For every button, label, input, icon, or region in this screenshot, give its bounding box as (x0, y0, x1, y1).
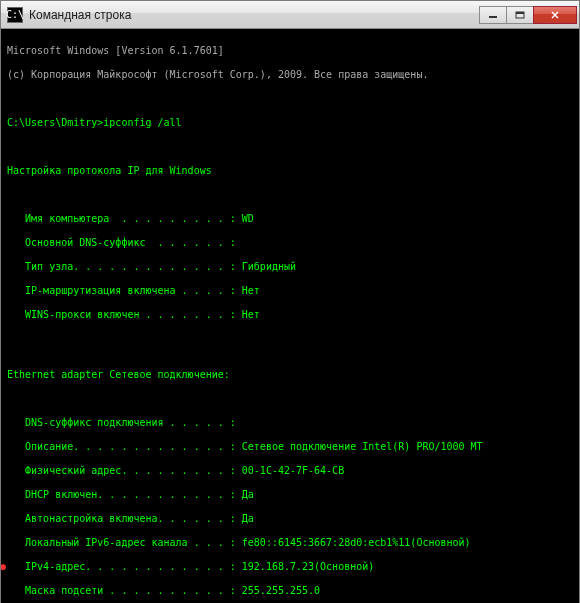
main-row: Основной DNS-суффикс . . . . . . : (7, 237, 573, 249)
blank (7, 345, 573, 357)
window-title: Командная строка (29, 8, 480, 22)
blank (7, 189, 573, 201)
window-controls (480, 6, 577, 24)
prompt-line: C:\Users\Dmitry>ipconfig /all (7, 117, 573, 129)
eth-row: Описание. . . . . . . . . . . . . : Сете… (7, 441, 573, 453)
titlebar[interactable]: C:\ Командная строка (1, 1, 579, 29)
section-main: Настройка протокола IP для Windows (7, 165, 573, 177)
eth-row: Локальный IPv6-адрес канала . . . : fe80… (7, 537, 573, 549)
eth-row: ● IPv4-адрес. . . . . . . . . . . . : 19… (7, 561, 573, 573)
maximize-icon (515, 11, 525, 19)
eth-row: Автонастройка включена. . . . . . : Да (7, 513, 573, 525)
blank (7, 93, 573, 105)
eth-row: Маска подсети . . . . . . . . . . : 255.… (7, 585, 573, 597)
main-row: Тип узла. . . . . . . . . . . . . : Гибр… (7, 261, 573, 273)
eth-row: Физический адрес. . . . . . . . . : 00-1… (7, 465, 573, 477)
main-row: IP-маршрутизация включена . . . . : Нет (7, 285, 573, 297)
section-eth: Ethernet adapter Сетевое подключение: (7, 369, 573, 381)
minimize-button[interactable] (479, 6, 507, 24)
cmd-icon: C:\ (7, 7, 23, 23)
blank (7, 393, 573, 405)
header-line-2: (c) Корпорация Майкрософт (Microsoft Cor… (7, 69, 573, 81)
prompt-command: ipconfig /all (103, 117, 181, 128)
highlight-marker-icon: ● (1, 561, 6, 573)
prompt-path: C:\Users\Dmitry> (7, 117, 103, 128)
header-line-1: Microsoft Windows [Version 6.1.7601] (7, 45, 573, 57)
close-icon (550, 11, 560, 19)
svg-rect-0 (489, 16, 497, 18)
close-button[interactable] (533, 6, 577, 24)
main-row: WINS-прокси включен . . . . . . . : Нет (7, 309, 573, 321)
svg-rect-2 (516, 12, 524, 14)
command-prompt-window: C:\ Командная строка Microsoft Windows [… (0, 0, 580, 603)
blank (7, 141, 573, 153)
eth-row: DHCP включен. . . . . . . . . . . : Да (7, 489, 573, 501)
eth-row: DNS-суффикс подключения . . . . . : (7, 417, 573, 429)
console-output[interactable]: Microsoft Windows [Version 6.1.7601] (c)… (1, 29, 579, 603)
maximize-button[interactable] (506, 6, 534, 24)
minimize-icon (488, 11, 498, 19)
main-row: Имя компьютера . . . . . . . . . : WD (7, 213, 573, 225)
